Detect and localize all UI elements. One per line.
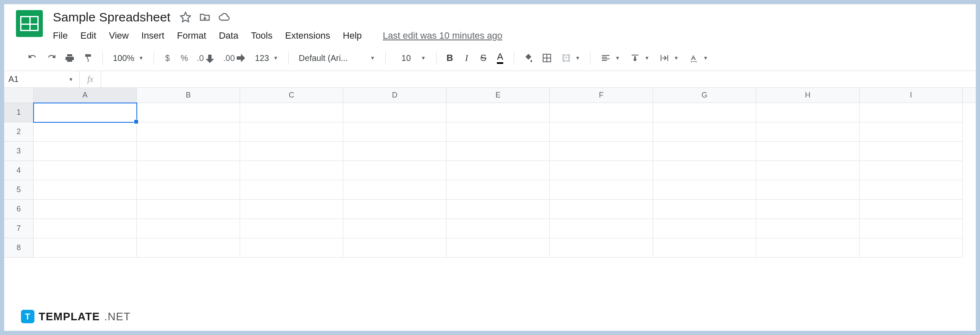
cell[interactable]	[653, 180, 756, 200]
cell[interactable]	[137, 142, 240, 161]
cell[interactable]	[343, 219, 447, 238]
format-currency-button[interactable]: $	[160, 50, 175, 66]
cloud-status-icon[interactable]	[218, 11, 230, 23]
vertical-align-dropdown[interactable]: ▼	[626, 53, 653, 63]
column-header[interactable]: B	[137, 88, 240, 103]
cell[interactable]	[137, 200, 240, 219]
menu-edit[interactable]: Edit	[80, 30, 96, 41]
cell[interactable]	[860, 180, 963, 200]
menu-insert[interactable]: Insert	[141, 30, 165, 41]
more-formats-dropdown[interactable]: 123 ▼	[251, 53, 282, 63]
row-header[interactable]: 1	[4, 103, 34, 122]
cell[interactable]	[550, 122, 653, 142]
cell[interactable]	[447, 200, 550, 219]
cell[interactable]	[240, 219, 343, 238]
row-header[interactable]: 3	[4, 142, 34, 161]
zoom-dropdown[interactable]: 100% ▼	[109, 53, 148, 63]
cell[interactable]	[137, 238, 240, 258]
cell[interactable]	[343, 238, 447, 258]
cell[interactable]	[34, 200, 137, 219]
cell[interactable]	[343, 180, 447, 200]
cell[interactable]	[34, 180, 137, 200]
cell[interactable]	[137, 219, 240, 238]
move-folder-icon[interactable]	[199, 11, 211, 23]
sheets-logo-icon[interactable]	[16, 10, 43, 37]
cell[interactable]	[860, 161, 963, 180]
cell[interactable]	[343, 142, 447, 161]
cell[interactable]	[653, 200, 756, 219]
column-header[interactable]: D	[343, 88, 447, 103]
row-header[interactable]: 6	[4, 200, 34, 219]
fill-color-button[interactable]	[520, 50, 537, 66]
cell[interactable]	[756, 238, 860, 258]
cell[interactable]	[860, 122, 963, 142]
text-wrap-dropdown[interactable]: ▼	[655, 53, 683, 63]
borders-button[interactable]	[538, 50, 555, 66]
cell[interactable]	[756, 180, 860, 200]
cell[interactable]	[34, 122, 137, 142]
star-icon[interactable]	[180, 11, 191, 23]
cell[interactable]	[653, 219, 756, 238]
cell[interactable]	[860, 200, 963, 219]
name-box[interactable]: A1 ▼	[4, 71, 80, 87]
cell[interactable]	[343, 200, 447, 219]
column-header[interactable]: G	[653, 88, 756, 103]
last-edit-link[interactable]: Last edit was 10 minutes ago	[383, 30, 502, 41]
column-header[interactable]: F	[550, 88, 653, 103]
formula-input[interactable]	[101, 71, 976, 87]
cell[interactable]	[240, 103, 343, 122]
strikethrough-button[interactable]: S	[476, 50, 491, 66]
horizontal-align-dropdown[interactable]: ▼	[596, 53, 624, 63]
row-header[interactable]: 5	[4, 180, 34, 200]
cell[interactable]	[756, 161, 860, 180]
cell[interactable]	[447, 142, 550, 161]
cell[interactable]	[756, 200, 860, 219]
italic-button[interactable]: I	[459, 50, 474, 66]
cell[interactable]	[137, 103, 240, 122]
cell[interactable]	[34, 142, 137, 161]
cell[interactable]	[550, 103, 653, 122]
column-header[interactable]: H	[756, 88, 860, 103]
cell[interactable]	[447, 161, 550, 180]
cell[interactable]	[653, 122, 756, 142]
column-header[interactable]: E	[447, 88, 550, 103]
cell[interactable]	[653, 238, 756, 258]
cell[interactable]	[137, 122, 240, 142]
cell[interactable]	[343, 161, 447, 180]
cell[interactable]	[343, 103, 447, 122]
row-header[interactable]: 8	[4, 238, 34, 258]
cell[interactable]	[860, 219, 963, 238]
cell[interactable]	[240, 200, 343, 219]
cell[interactable]	[34, 238, 137, 258]
column-header[interactable]: A	[34, 88, 137, 103]
menu-extensions[interactable]: Extensions	[285, 30, 330, 41]
font-size-dropdown[interactable]: 10 ▼	[392, 53, 430, 63]
cell[interactable]	[447, 238, 550, 258]
row-header[interactable]: 2	[4, 122, 34, 142]
decrease-decimal-button[interactable]: .0	[193, 50, 218, 66]
cell[interactable]	[860, 142, 963, 161]
select-all-corner[interactable]	[4, 88, 34, 103]
menu-tools[interactable]: Tools	[251, 30, 272, 41]
cell[interactable]	[550, 219, 653, 238]
row-header[interactable]: 7	[4, 219, 34, 238]
merge-cells-dropdown[interactable]: ▼	[557, 53, 585, 63]
bold-button[interactable]: B	[442, 50, 457, 66]
cell[interactable]	[137, 180, 240, 200]
font-family-dropdown[interactable]: Default (Ari... ▼	[295, 53, 379, 63]
cell[interactable]	[860, 238, 963, 258]
text-rotation-dropdown[interactable]: ▼	[685, 53, 712, 63]
menu-data[interactable]: Data	[219, 30, 238, 41]
cell[interactable]	[550, 238, 653, 258]
cell[interactable]	[860, 103, 963, 122]
cell[interactable]	[240, 180, 343, 200]
cell[interactable]	[447, 122, 550, 142]
menu-help[interactable]: Help	[343, 30, 362, 41]
column-header[interactable]: I	[860, 88, 963, 103]
cell[interactable]	[653, 142, 756, 161]
menu-view[interactable]: View	[109, 30, 128, 41]
print-button[interactable]	[61, 50, 78, 66]
cell[interactable]	[550, 161, 653, 180]
cell[interactable]	[240, 142, 343, 161]
paint-format-button[interactable]	[80, 50, 97, 66]
